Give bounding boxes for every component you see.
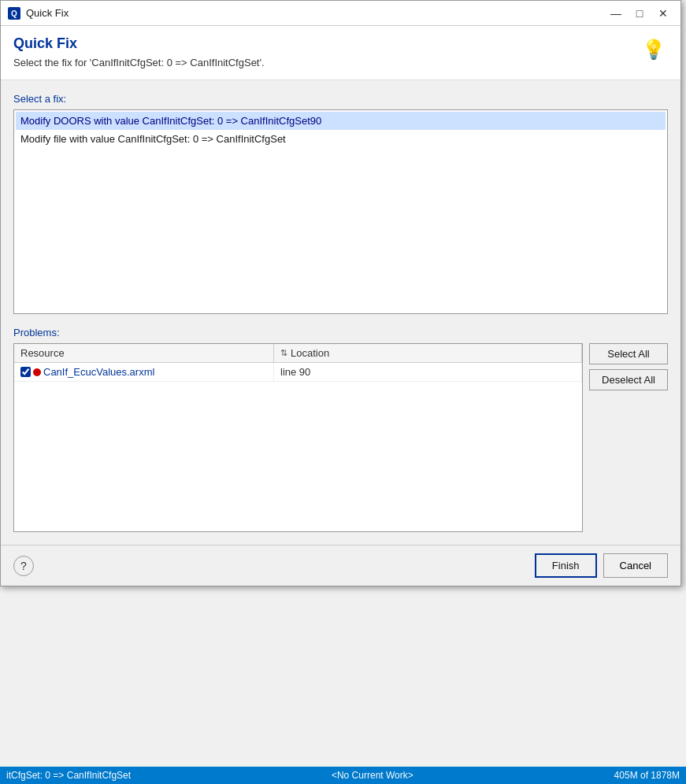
fix-list: Modify DOORS with value CanIfInitCfgSet:…	[13, 109, 668, 314]
dialog-body: Select a fix: Modify DOORS with value Ca…	[1, 80, 680, 545]
file-link[interactable]: CanIf_EcucValues.arxml	[43, 366, 154, 378]
table-row: CanIf_EcucValues.arxml line 90	[14, 363, 582, 382]
titlebar-controls: — □ ✕	[605, 5, 674, 22]
fix-section-label: Select a fix:	[13, 93, 668, 105]
app-icon: Q	[7, 6, 21, 20]
fix-item[interactable]: Modify file with value CanIfInitCfgSet: …	[16, 130, 666, 148]
statusbar-left: itCfgSet: 0 => CanIfInitCfgSet	[6, 770, 131, 781]
titlebar-title: Quick Fix	[26, 7, 605, 19]
problems-area: Resource ⇅ Location CanIf_EcucValues.arx…	[13, 343, 668, 532]
deselect-all-button[interactable]: Deselect All	[589, 369, 668, 390]
statusbar-right: 405M of 1878M	[614, 770, 680, 781]
error-icon	[33, 368, 41, 376]
column-header-location: ⇅ Location	[274, 344, 582, 362]
problems-label: Problems:	[13, 327, 668, 338]
dialog-title: Quick Fix	[13, 35, 632, 52]
header-content: Quick Fix Select the fix for 'CanIfInitC…	[13, 35, 632, 68]
footer-left: ?	[13, 556, 34, 576]
statusbar-center: <No Current Work>	[332, 770, 413, 781]
checkbox-cell: CanIf_EcucValues.arxml	[20, 366, 154, 378]
svg-text:Q: Q	[11, 9, 17, 18]
minimize-button[interactable]: —	[605, 5, 627, 22]
resource-cell: CanIf_EcucValues.arxml	[14, 363, 274, 381]
statusbar: itCfgSet: 0 => CanIfInitCfgSet <No Curre…	[0, 767, 686, 784]
finish-button[interactable]: Finish	[535, 553, 597, 578]
close-button[interactable]: ✕	[652, 5, 674, 22]
problems-buttons: Select All Deselect All	[589, 343, 668, 390]
footer-right: Finish Cancel	[535, 553, 668, 578]
cancel-button[interactable]: Cancel	[603, 553, 668, 578]
table-header: Resource ⇅ Location	[14, 344, 582, 363]
quick-fix-dialog: Q Quick Fix — □ ✕ Quick Fix Select the f…	[0, 0, 681, 586]
dialog-subtitle: Select the fix for 'CanIfInitCfgSet: 0 =…	[13, 57, 632, 68]
dialog-header: Quick Fix Select the fix for 'CanIfInitC…	[1, 26, 680, 80]
select-all-button[interactable]: Select All	[589, 343, 668, 364]
help-button[interactable]: ?	[13, 556, 34, 576]
titlebar: Q Quick Fix — □ ✕	[1, 1, 680, 26]
maximize-button[interactable]: □	[629, 5, 651, 22]
location-cell: line 90	[274, 363, 582, 381]
location-sort-icon: ⇅	[280, 348, 287, 358]
row-checkbox[interactable]	[20, 367, 31, 377]
bulb-icon: 💡	[640, 35, 668, 64]
problems-table: Resource ⇅ Location CanIf_EcucValues.arx…	[13, 343, 583, 532]
dialog-footer: ? Finish Cancel	[1, 545, 680, 586]
fix-item[interactable]: Modify DOORS with value CanIfInitCfgSet:…	[16, 112, 666, 130]
column-header-resource: Resource	[14, 344, 274, 362]
